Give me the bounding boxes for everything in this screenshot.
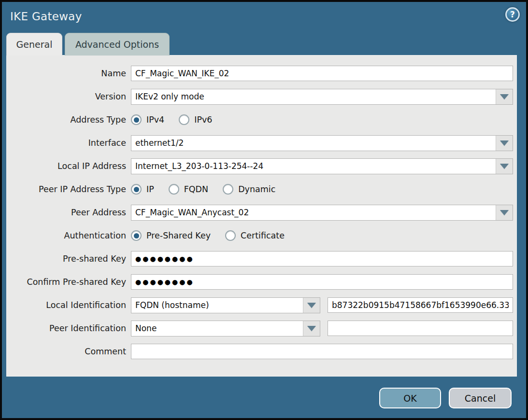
peer-address-row: Peer Address CF_Magic_WAN_Anycast_02 — [7, 205, 513, 220]
chevron-down-icon — [500, 164, 509, 169]
radio-dynamic-icon — [223, 184, 233, 195]
peer-identification-label: Peer Identification — [7, 323, 126, 333]
tab-advanced-options-label: Advanced Options — [75, 39, 159, 50]
peer-address-dropdown-button[interactable] — [496, 205, 513, 220]
radio-fqdn-icon — [169, 184, 179, 195]
interface-select[interactable]: ethernet1/2 — [131, 135, 513, 151]
version-row: Version IKEv2 only mode — [7, 89, 513, 104]
radio-ipv6-label: IPv6 — [194, 115, 212, 125]
radio-dynamic-label: Dynamic — [238, 184, 275, 194]
radio-pre-shared-key-label: Pre-Shared Key — [146, 231, 211, 240]
local-ip-address-dropdown-button[interactable] — [496, 159, 513, 174]
title-bar: IKE Gateway — [2, 2, 526, 31]
radio-option-dynamic[interactable]: Dynamic — [223, 184, 275, 195]
address-type-row: Address Type IPv4 IPv6 — [7, 112, 513, 127]
general-tab-panel: Name Version IKEv2 only mode Address Typ… — [6, 55, 517, 377]
pre-shared-key-label: Pre-shared Key — [7, 254, 126, 264]
radio-option-certificate[interactable]: Certificate — [225, 230, 285, 241]
chevron-down-icon — [307, 303, 316, 308]
radio-option-fqdn[interactable]: FQDN — [169, 184, 208, 195]
ike-gateway-dialog: IKE Gateway ? General Advanced Options N… — [0, 0, 528, 420]
chevron-down-icon — [307, 326, 316, 331]
dialog-footer: OK Cancel — [379, 388, 512, 408]
peer-identification-value-input[interactable] — [328, 321, 513, 336]
radio-option-ipv4[interactable]: IPv4 — [131, 114, 164, 125]
interface-label: Interface — [7, 138, 126, 148]
tab-advanced-options[interactable]: Advanced Options — [65, 33, 170, 56]
authentication-radio-group: Pre-Shared Key Certificate — [131, 230, 285, 241]
radio-option-pre-shared-key[interactable]: Pre-Shared Key — [131, 230, 211, 241]
peer-identification-dropdown-button[interactable] — [303, 321, 320, 336]
comment-row: Comment — [7, 344, 513, 359]
confirm-pre-shared-key-input[interactable] — [131, 274, 513, 290]
local-identification-dropdown-button[interactable] — [303, 298, 320, 313]
pre-shared-key-input[interactable] — [131, 251, 513, 266]
radio-fqdn-label: FQDN — [184, 184, 208, 194]
local-ip-address-label: Local IP Address — [7, 161, 126, 171]
interface-dropdown-button[interactable] — [496, 136, 513, 151]
comment-label: Comment — [7, 347, 126, 356]
help-icon-glyph: ? — [510, 10, 515, 19]
peer-ip-address-type-row: Peer IP Address Type IP FQDN Dynamic — [7, 182, 513, 197]
address-type-radio-group: IPv4 IPv6 — [131, 114, 212, 125]
radio-certificate-label: Certificate — [241, 231, 285, 240]
local-identification-value-input[interactable] — [328, 297, 513, 313]
radio-ip-icon — [131, 184, 142, 195]
peer-identification-row: Peer Identification None — [7, 321, 513, 336]
local-ip-address-row: Local IP Address Internet_L3_203-0-113-2… — [7, 158, 513, 174]
tab-general-label: General — [16, 39, 53, 50]
peer-address-select-value: CF_Magic_WAN_Anycast_02 — [131, 205, 496, 220]
chevron-down-icon — [500, 140, 509, 146]
local-identification-type-value: FQDN (hostname) — [131, 298, 303, 313]
version-label: Version — [7, 92, 126, 101]
confirm-pre-shared-key-row: Confirm Pre-shared Key — [7, 274, 513, 290]
version-dropdown-button[interactable] — [496, 89, 513, 104]
radio-option-ipv6[interactable]: IPv6 — [179, 114, 212, 125]
radio-certificate-icon — [225, 230, 236, 241]
name-row: Name — [7, 66, 513, 81]
radio-ipv6-icon — [179, 114, 189, 125]
version-select[interactable]: IKEv2 only mode — [131, 89, 513, 105]
name-label: Name — [7, 69, 126, 78]
local-identification-row: Local Identification FQDN (hostname) — [7, 297, 513, 313]
local-ip-address-select[interactable]: Internet_L3_203-0-113-254--24 — [131, 158, 513, 174]
pre-shared-key-row: Pre-shared Key — [7, 251, 513, 266]
interface-select-value: ethernet1/2 — [131, 136, 496, 151]
peer-ip-address-type-label: Peer IP Address Type — [7, 184, 126, 194]
radio-ipv4-icon — [131, 114, 142, 125]
peer-identification-type-select[interactable]: None — [131, 321, 320, 336]
comment-input[interactable] — [131, 344, 513, 359]
radio-option-ip[interactable]: IP — [131, 184, 154, 195]
ok-button[interactable]: OK — [379, 388, 441, 408]
confirm-pre-shared-key-label: Confirm Pre-shared Key — [7, 277, 126, 287]
chevron-down-icon — [500, 94, 509, 99]
chevron-down-icon — [500, 210, 509, 215]
tab-general[interactable]: General — [6, 33, 62, 56]
address-type-label: Address Type — [7, 115, 126, 125]
local-identification-type-select[interactable]: FQDN (hostname) — [131, 297, 320, 313]
help-icon[interactable]: ? — [505, 7, 520, 22]
peer-identification-type-value: None — [131, 321, 303, 336]
name-input[interactable] — [131, 66, 513, 81]
tab-bar: General Advanced Options — [6, 33, 170, 56]
peer-address-label: Peer Address — [7, 208, 126, 217]
local-ip-address-select-value: Internet_L3_203-0-113-254--24 — [131, 159, 496, 174]
radio-pre-shared-key-icon — [131, 230, 142, 241]
local-identification-label: Local Identification — [7, 300, 126, 310]
interface-row: Interface ethernet1/2 — [7, 135, 513, 151]
authentication-row: Authentication Pre-Shared Key Certificat… — [7, 228, 513, 243]
version-select-value: IKEv2 only mode — [131, 89, 496, 104]
dialog-title: IKE Gateway — [10, 10, 82, 23]
peer-ip-address-type-radio-group: IP FQDN Dynamic — [131, 184, 275, 195]
authentication-label: Authentication — [7, 231, 126, 240]
peer-address-select[interactable]: CF_Magic_WAN_Anycast_02 — [131, 205, 513, 221]
cancel-button[interactable]: Cancel — [449, 388, 512, 408]
radio-ipv4-label: IPv4 — [146, 115, 164, 125]
radio-ip-label: IP — [146, 184, 154, 194]
